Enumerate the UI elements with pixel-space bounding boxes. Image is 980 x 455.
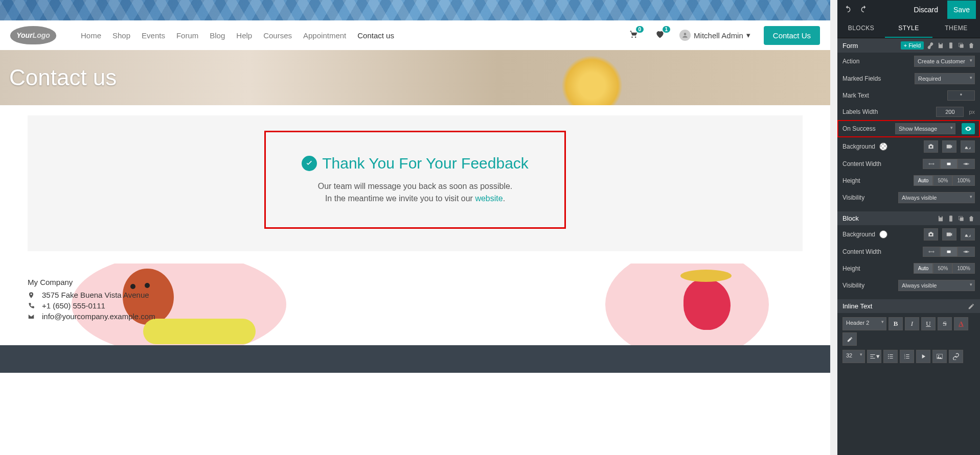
trash-icon-2[interactable] xyxy=(968,215,975,222)
bg-video-button[interactable] xyxy=(942,140,956,153)
add-field-button[interactable]: + Field xyxy=(901,41,924,50)
tab-style[interactable]: STYLE xyxy=(885,19,932,38)
form-background-swatch[interactable] xyxy=(879,142,887,151)
save-block-icon[interactable] xyxy=(937,42,944,49)
italic-button[interactable]: I xyxy=(905,317,919,330)
canvas-scrollbar[interactable] xyxy=(830,0,837,455)
copy-icon-2[interactable] xyxy=(958,215,965,222)
tab-blocks[interactable]: BLOCKS xyxy=(837,19,885,38)
success-title[interactable]: Thank You For Your Feedback xyxy=(302,155,529,172)
success-line2-post: . xyxy=(503,194,505,203)
insert-link-button[interactable] xyxy=(949,350,963,363)
nav-forum[interactable]: Forum xyxy=(176,31,198,40)
bg-image-button[interactable] xyxy=(924,140,938,153)
strikethrough-button[interactable]: S xyxy=(938,317,952,330)
redo-icon xyxy=(860,5,868,13)
label-on-success: On Success xyxy=(842,125,891,132)
envelope-icon xyxy=(28,313,35,320)
nav-contactus[interactable]: Contact us xyxy=(357,31,394,40)
save-block-icon-2[interactable] xyxy=(937,215,944,222)
mobile-icon[interactable] xyxy=(947,42,954,49)
highlight-button[interactable] xyxy=(842,332,857,346)
nav-home[interactable]: Home xyxy=(81,31,101,40)
select-form-visibility[interactable]: Always visible xyxy=(898,192,975,203)
input-labels-width[interactable] xyxy=(936,107,964,117)
select-on-success[interactable]: Show Message xyxy=(895,123,955,134)
site-logo[interactable]: YourLogo xyxy=(10,26,56,44)
block-background-swatch[interactable] xyxy=(879,230,887,238)
block-bg-image-button[interactable] xyxy=(924,228,938,241)
label-action: Action xyxy=(842,58,910,65)
nav-blog[interactable]: Blog xyxy=(210,31,225,40)
company-name: My Company xyxy=(28,278,830,286)
nav-events[interactable]: Events xyxy=(142,31,165,40)
unordered-list-button[interactable] xyxy=(883,350,898,363)
block-height-50-button[interactable]: 50% xyxy=(933,263,952,274)
select-font-size[interactable]: 32 xyxy=(842,350,865,363)
align-button[interactable]: ▾ xyxy=(867,350,881,363)
ordered-list-button[interactable]: 123 xyxy=(900,350,914,363)
website-link[interactable]: website xyxy=(475,194,503,203)
block-height-toggles: Auto 50% 100% xyxy=(914,263,975,274)
block-bg-shape-button[interactable] xyxy=(961,228,975,241)
trash-icon[interactable] xyxy=(968,42,975,49)
font-color-button[interactable]: A xyxy=(954,317,968,330)
select-action[interactable]: Create a Customer xyxy=(914,56,975,67)
svg-point-20 xyxy=(888,356,889,357)
edit-icon[interactable] xyxy=(968,303,975,310)
section-block-title: Block xyxy=(842,214,859,222)
block-width-narrow-button[interactable] xyxy=(923,247,940,257)
page-title: Contact us xyxy=(9,65,117,90)
copy-icon[interactable] xyxy=(958,42,965,49)
label-form-background: Background xyxy=(842,143,875,150)
contact-us-button[interactable]: Contact Us xyxy=(764,26,820,45)
nav-help[interactable]: Help xyxy=(236,31,252,40)
hero-banner xyxy=(0,0,830,20)
height-100-button[interactable]: 100% xyxy=(952,175,975,186)
success-subtext[interactable]: Our team will message you back as soon a… xyxy=(276,180,554,205)
block-height-auto-button[interactable]: Auto xyxy=(914,263,933,274)
svg-point-26 xyxy=(938,355,939,356)
nav-appointment[interactable]: Appointment xyxy=(303,31,346,40)
input-mark-text[interactable] xyxy=(947,90,975,101)
tab-theme[interactable]: THEME xyxy=(932,19,980,38)
underline-button[interactable]: U xyxy=(921,317,936,330)
block-height-100-button[interactable]: 100% xyxy=(952,263,975,274)
width-full-button[interactable] xyxy=(958,159,975,169)
success-message-box[interactable]: Thank You For Your Feedback Our team wil… xyxy=(264,131,566,229)
redo-button[interactable] xyxy=(858,3,870,17)
discard-button[interactable]: Discard xyxy=(909,2,943,18)
block-width-full-button[interactable] xyxy=(958,247,975,257)
insert-image-button[interactable] xyxy=(932,350,947,363)
sidepanel-tabs: BLOCKS STYLE THEME xyxy=(837,19,980,38)
label-form-height: Height xyxy=(842,177,909,184)
bg-shape-button[interactable] xyxy=(961,140,975,153)
form-block[interactable]: Thank You For Your Feedback Our team wil… xyxy=(28,115,803,251)
svg-point-12 xyxy=(950,220,951,221)
link-icon[interactable] xyxy=(927,42,934,49)
svg-point-7 xyxy=(930,146,932,148)
website-canvas[interactable]: YourLogo Home Shop Events Forum Blog Hel… xyxy=(0,0,830,455)
ul-icon xyxy=(887,353,894,360)
height-auto-button[interactable]: Auto xyxy=(914,175,933,186)
select-marked-fields[interactable]: Required xyxy=(915,73,975,84)
select-block-visibility[interactable]: Always visible xyxy=(898,280,975,291)
label-block-height: Height xyxy=(842,265,909,272)
preview-message-button[interactable] xyxy=(962,123,975,134)
bold-button[interactable]: B xyxy=(888,317,903,330)
save-button[interactable]: Save xyxy=(947,1,976,19)
width-narrow-button[interactable] xyxy=(923,159,940,169)
nav-shop[interactable]: Shop xyxy=(112,31,130,40)
media-button[interactable] xyxy=(916,350,930,363)
nav-courses[interactable]: Courses xyxy=(263,31,292,40)
select-heading[interactable]: Header 2 xyxy=(842,317,886,330)
mobile-icon-2[interactable] xyxy=(947,215,954,222)
block-bg-video-button[interactable] xyxy=(942,228,956,241)
undo-button[interactable] xyxy=(841,3,854,17)
cart-button[interactable]: 0 xyxy=(628,29,639,41)
height-50-button[interactable]: 50% xyxy=(933,175,952,186)
width-boxed-button[interactable] xyxy=(940,159,958,169)
block-width-boxed-button[interactable] xyxy=(940,247,958,257)
user-menu[interactable]: Mitchell Admin ▾ xyxy=(679,30,750,41)
wishlist-button[interactable]: 1 xyxy=(655,29,665,41)
